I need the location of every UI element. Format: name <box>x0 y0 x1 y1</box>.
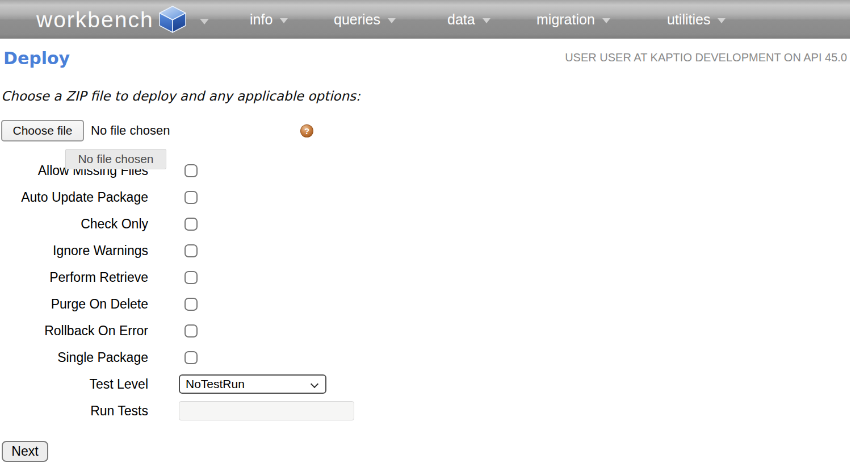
nav-item-label: queries <box>334 11 380 27</box>
option-label: Check Only <box>0 216 148 232</box>
chevron-down-icon <box>280 18 288 23</box>
run-tests-label: Run Tests <box>0 403 148 419</box>
choose-file-button[interactable]: Choose file <box>1 120 84 141</box>
option-label: Rollback On Error <box>0 323 148 339</box>
option-row: Rollback On Error <box>0 324 198 338</box>
chevron-down-icon <box>483 18 490 23</box>
run-tests-input[interactable] <box>179 401 354 420</box>
chevron-down-icon <box>718 18 726 23</box>
workbench-logo[interactable]: workbench <box>36 7 154 32</box>
cube-icon[interactable] <box>158 5 187 34</box>
chevron-down-icon <box>388 18 396 23</box>
check-only-checkbox[interactable] <box>184 218 198 231</box>
test-level-select[interactable]: NoTestRun <box>179 374 326 394</box>
nav-item-utilities[interactable]: utilities <box>667 11 726 28</box>
option-row: Check Only <box>0 217 198 231</box>
auto-update-package-checkbox[interactable] <box>184 191 198 204</box>
option-row: Ignore Warnings <box>0 244 198 257</box>
option-label: Auto Update Package <box>0 190 148 205</box>
page-title: Deploy <box>3 48 70 68</box>
nav-item-queries[interactable]: queries <box>334 11 396 28</box>
file-status-text: No file chosen <box>91 123 170 138</box>
nav-item-label: migration <box>536 11 595 27</box>
deploy-page: workbench info queries data migration ut… <box>0 0 868 475</box>
nav-item-label: data <box>447 11 475 27</box>
option-label: Ignore Warnings <box>0 243 148 259</box>
top-navbar: workbench info queries data migration ut… <box>0 0 850 39</box>
next-button[interactable]: Next <box>2 441 48 462</box>
nav-item-label: utilities <box>667 11 710 27</box>
option-label: Perform Retrieve <box>0 270 148 285</box>
user-context-text: USER USER AT KAPTIO DEVELOPMENT ON API 4… <box>565 51 847 64</box>
file-input-tooltip: No file chosen <box>65 149 166 169</box>
test-level-selected-value: NoTestRun <box>186 377 245 391</box>
chevron-down-icon <box>200 19 209 24</box>
allow-missing-files-checkbox[interactable] <box>184 164 198 177</box>
chevron-down-icon <box>311 380 318 388</box>
nav-item-migration[interactable]: migration <box>536 11 610 28</box>
purge-on-delete-checkbox[interactable] <box>184 298 198 311</box>
nav-item-data[interactable]: data <box>447 11 490 28</box>
option-row: Auto Update Package <box>0 190 198 204</box>
perform-retrieve-checkbox[interactable] <box>184 271 198 284</box>
option-label: Purge On Delete <box>0 297 148 312</box>
chevron-down-icon <box>602 18 610 23</box>
option-row: Perform Retrieve <box>0 270 198 284</box>
ignore-warnings-checkbox[interactable] <box>184 244 198 257</box>
option-row: Single Package <box>0 351 198 364</box>
option-row: Purge On Delete <box>0 297 198 311</box>
help-icon[interactable]: ? <box>300 124 313 138</box>
test-level-label: Test Level <box>0 377 148 392</box>
rollback-on-error-checkbox[interactable] <box>184 324 198 338</box>
single-package-checkbox[interactable] <box>184 351 198 364</box>
instruction-text: Choose a ZIP file to deploy and any appl… <box>1 89 360 103</box>
nav-item-info[interactable]: info <box>250 11 288 28</box>
option-label: Single Package <box>0 350 148 365</box>
nav-item-label: info <box>250 11 272 27</box>
